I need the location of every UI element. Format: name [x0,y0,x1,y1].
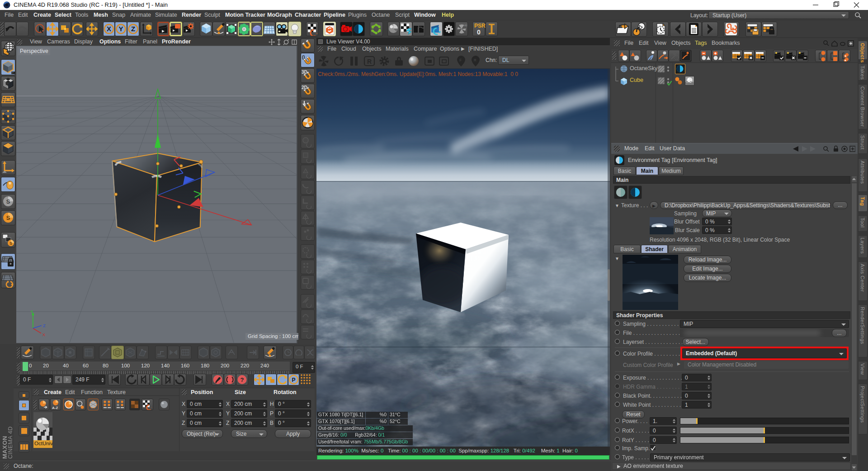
svg-text:X: X [107,25,111,33]
svg-text:S: S [6,198,10,205]
svg-text:2D: 2D [302,85,307,90]
svg-text:S: S [6,214,10,221]
svg-text:Z: Z [43,323,46,328]
svg-text:Y: Y [118,25,123,33]
svg-text:M: M [474,58,476,63]
svg-text:R: R [367,58,372,65]
svg-text:Y: Y [30,309,33,314]
svg-text:3D: 3D [302,70,307,75]
svg-text:S: S [9,241,12,246]
svg-text:F: F [459,58,462,63]
svg-text:Z: Z [131,25,135,33]
svg-text:X: X [42,332,46,337]
svg-text:HELP: HELP [463,24,467,27]
